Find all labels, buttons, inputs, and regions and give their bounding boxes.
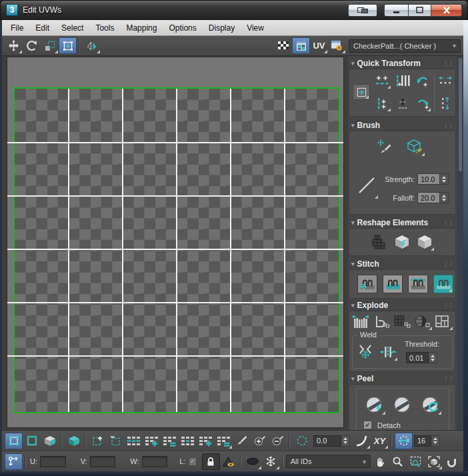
spinner-arrows-icon[interactable] bbox=[431, 435, 440, 447]
quick-transform-header[interactable]: ▾ Quick Transform ⋮⋮ bbox=[349, 58, 456, 69]
menu-options[interactable]: Options bbox=[163, 21, 202, 35]
quick-peel-button[interactable] bbox=[363, 394, 386, 415]
absolute-offset-toggle[interactable] bbox=[5, 453, 23, 470]
u-field[interactable] bbox=[40, 456, 66, 467]
soft-selection-spinner[interactable]: 0.0 bbox=[313, 435, 350, 447]
break-button[interactable] bbox=[351, 313, 371, 331]
menu-tools[interactable]: Tools bbox=[89, 21, 120, 35]
reshape-elements-header[interactable]: ▾ Reshape Elements ⋮⋮ bbox=[349, 217, 456, 228]
relax-button[interactable] bbox=[415, 233, 435, 251]
maximize-button[interactable] bbox=[409, 4, 431, 17]
soft-selection-button[interactable] bbox=[293, 433, 311, 449]
falloff-curve-button[interactable] bbox=[353, 433, 371, 449]
falloff-value[interactable]: 20.0 bbox=[417, 192, 440, 203]
spinner-arrows-icon[interactable] bbox=[440, 173, 449, 185]
loop-select-button[interactable] bbox=[179, 433, 197, 449]
hide-button[interactable] bbox=[244, 453, 262, 470]
stitch-custom-button[interactable] bbox=[357, 275, 377, 293]
threshold-value[interactable]: 0.01 bbox=[406, 352, 429, 363]
rotate-button[interactable] bbox=[23, 37, 41, 54]
zoom-extents-button[interactable] bbox=[425, 453, 443, 470]
element-toggle-button[interactable] bbox=[65, 433, 83, 449]
grow-selection-button[interactable] bbox=[89, 433, 107, 449]
stitch-source-button[interactable] bbox=[383, 275, 403, 293]
threshold-spinner[interactable]: 0.01 bbox=[406, 352, 437, 363]
stitch-average-button[interactable] bbox=[408, 275, 428, 293]
straighten-selection-button[interactable] bbox=[369, 233, 389, 251]
menu-file[interactable]: File bbox=[5, 21, 29, 35]
peel-mode-button[interactable] bbox=[391, 394, 414, 415]
minimize-button[interactable] bbox=[384, 4, 409, 17]
paint-select-subtract-button[interactable] bbox=[269, 433, 287, 449]
ring-select-button[interactable] bbox=[125, 433, 143, 449]
snap-magnet-button[interactable] bbox=[443, 453, 461, 470]
explode-header[interactable]: ▾ Explode ⋮⋮ bbox=[349, 300, 456, 311]
falloff-spinner[interactable]: 20.0 bbox=[417, 192, 449, 203]
space-horizontal-button[interactable] bbox=[436, 72, 454, 89]
strength-spinner[interactable]: 10.0 bbox=[417, 173, 449, 185]
flatten-by-edge-button[interactable] bbox=[371, 313, 391, 331]
texture-selector-dropdown[interactable]: CheckerPatt...( Checker ) ▾ bbox=[349, 39, 461, 53]
polygon-subobject-button[interactable] bbox=[41, 433, 59, 449]
align-vertical-button[interactable] bbox=[393, 72, 411, 89]
freeform-mode-button[interactable] bbox=[59, 37, 77, 54]
panel-scrollbar[interactable] bbox=[458, 57, 463, 429]
flatten-by-smoothing-button[interactable] bbox=[392, 313, 412, 331]
flatten-custom-button[interactable] bbox=[433, 313, 453, 331]
grid-snap-button[interactable] bbox=[393, 95, 411, 112]
dock-window-button[interactable] bbox=[348, 4, 377, 17]
v-field[interactable] bbox=[90, 456, 116, 467]
relax-fast-button[interactable] bbox=[392, 233, 412, 251]
menu-mapping[interactable]: Mapping bbox=[120, 21, 163, 35]
align-elements-button[interactable] bbox=[373, 95, 391, 112]
menu-display[interactable]: Display bbox=[203, 21, 241, 35]
detach-checkbox[interactable]: ✔ bbox=[363, 421, 372, 429]
stitch-header[interactable]: ▾ Stitch ⋮⋮ bbox=[349, 259, 456, 269]
show-map-button[interactable] bbox=[292, 37, 310, 54]
shrink-selection-button[interactable] bbox=[107, 433, 125, 449]
soft-selection-value[interactable]: 0.0 bbox=[313, 435, 341, 447]
zoom-button[interactable] bbox=[389, 453, 407, 470]
spinner-arrows-icon[interactable] bbox=[341, 435, 350, 447]
strength-value[interactable]: 10.0 bbox=[417, 173, 440, 185]
lock-aspect-checkbox[interactable]: ✔ bbox=[189, 457, 196, 466]
paint-size-spinner[interactable]: 16 bbox=[414, 435, 440, 447]
paint-size-value[interactable]: 16 bbox=[414, 435, 431, 447]
w-field[interactable] bbox=[142, 456, 168, 467]
rotate-cw-button[interactable] bbox=[413, 95, 431, 112]
checker-pattern-button[interactable] bbox=[274, 37, 292, 54]
align-tool-button[interactable] bbox=[353, 84, 370, 100]
pan-button[interactable] bbox=[371, 453, 389, 470]
flatten-by-material-button[interactable] bbox=[413, 313, 433, 331]
brush-header[interactable]: ▾ Brush ⋮⋮ bbox=[349, 120, 456, 131]
paint-select-add-button[interactable] bbox=[251, 433, 269, 449]
shrink-loop-button[interactable] bbox=[215, 433, 233, 449]
scale-button[interactable] bbox=[41, 37, 59, 54]
weld-selected-button[interactable] bbox=[378, 343, 398, 361]
edge-subobject-button[interactable] bbox=[23, 433, 41, 449]
rotate-ccw-button[interactable] bbox=[413, 72, 431, 89]
freeze-button[interactable] bbox=[262, 453, 280, 470]
stitch-target-button[interactable] bbox=[433, 275, 453, 293]
close-button[interactable] bbox=[431, 4, 462, 17]
material-id-dropdown[interactable]: All IDs ▾ bbox=[286, 455, 371, 468]
grow-loop-button[interactable] bbox=[197, 433, 215, 449]
vertex-subobject-button[interactable] bbox=[5, 433, 23, 449]
space-vertical-button[interactable] bbox=[436, 95, 454, 112]
render-settings-button[interactable] bbox=[328, 37, 346, 54]
panel-scrollbar-thumb[interactable] bbox=[459, 58, 462, 171]
spinner-arrows-icon[interactable] bbox=[440, 192, 449, 203]
shrink-ring-button[interactable] bbox=[161, 433, 179, 449]
target-weld-button[interactable] bbox=[355, 343, 375, 361]
mirror-button[interactable] bbox=[83, 37, 101, 54]
uv-options-button[interactable]: UV bbox=[310, 37, 328, 54]
uv-canvas[interactable] bbox=[7, 57, 344, 428]
zoom-region-button[interactable] bbox=[407, 453, 425, 470]
menu-edit[interactable]: Edit bbox=[29, 21, 55, 35]
grow-ring-button[interactable] bbox=[143, 433, 161, 449]
peel-header[interactable]: ▾ Peel ⋮⋮ bbox=[349, 373, 456, 384]
falloff-space-button[interactable]: XY bbox=[371, 433, 389, 449]
filter-selected-faces-button[interactable] bbox=[220, 453, 238, 470]
paint-soft-selection-button[interactable] bbox=[395, 433, 413, 449]
move-button[interactable] bbox=[5, 37, 23, 54]
